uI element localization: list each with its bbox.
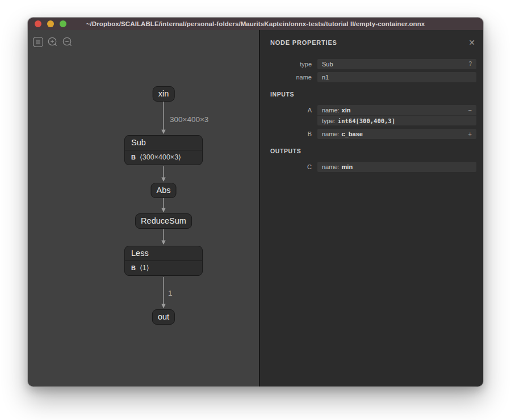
edge-label: 300×400×3	[170, 115, 208, 124]
node-attribute: B⟨1⟩	[125, 261, 202, 275]
menu-button[interactable]	[32, 36, 44, 48]
node-label: Sub	[125, 136, 202, 150]
graph-node-abs[interactable]: Abs	[151, 183, 177, 198]
attr-value: ⟨1⟩	[140, 264, 149, 272]
node-label: out	[153, 310, 174, 324]
field-value: n1	[322, 72, 329, 82]
output-item-c: C name:min	[270, 162, 476, 172]
edge-label: 1	[168, 289, 173, 297]
graph-node-sub[interactable]: Sub B⟨300×400×3⟩	[124, 135, 203, 165]
attr-key: B	[131, 264, 136, 271]
window-title: ~/Dropbox/SCAILABLE/internal/personal-fo…	[86, 20, 425, 27]
field-label: type	[270, 59, 312, 69]
inputs-section-title: INPUTS	[270, 91, 476, 98]
graph-canvas[interactable]: xin 300×400×3 Sub B⟨300×400×3⟩ Abs Reduc…	[28, 30, 260, 387]
outputs-section-title: OUTPUTS	[270, 148, 476, 154]
close-panel-button[interactable]: ✕	[467, 39, 476, 47]
type-docs-button[interactable]: ?	[468, 59, 472, 69]
graph-node-reducesum[interactable]: ReduceSum	[135, 213, 192, 229]
zoom-in-button[interactable]	[47, 36, 58, 48]
input-name-value: xin	[342, 107, 351, 114]
zoom-in-icon	[47, 36, 58, 48]
input-name-value: c_base	[342, 131, 363, 137]
minimize-window-button[interactable]	[47, 20, 54, 27]
input-item-b: B name:c_base +	[270, 129, 476, 139]
output-name-label: name:	[322, 163, 340, 170]
zoom-out-icon	[62, 36, 73, 48]
input-key: B	[270, 129, 312, 139]
node-properties-panel: NODE PROPERTIES ✕ type Sub ? name	[260, 30, 483, 387]
graph-node-xin[interactable]: xin	[153, 86, 175, 102]
input-type-label: type:	[322, 117, 336, 124]
close-window-button[interactable]	[35, 20, 41, 27]
expand-toggle[interactable]: +	[468, 129, 472, 139]
desktop-background: ~/Dropbox/SCAILABLE/internal/personal-fo…	[0, 0, 511, 420]
zoom-out-button[interactable]	[61, 36, 73, 48]
input-name-line: name:xin −	[317, 105, 476, 115]
input-name-label: name:	[322, 131, 340, 137]
output-name-value: min	[342, 163, 353, 170]
input-item-a: A name:xin − type:int64[300,400,3]	[270, 105, 476, 125]
type-row: type Sub ?	[270, 59, 476, 69]
graph-node-less[interactable]: Less B⟨1⟩	[124, 246, 203, 276]
collapse-toggle[interactable]: −	[468, 105, 472, 115]
node-attribute: B⟨300×400×3⟩	[125, 150, 202, 165]
properties-title: NODE PROPERTIES	[270, 39, 337, 46]
graph-toolbar	[32, 36, 73, 48]
close-icon: ✕	[468, 38, 475, 47]
app-window: ~/Dropbox/SCAILABLE/internal/personal-fo…	[27, 17, 484, 387]
input-name-label: name:	[322, 107, 340, 114]
input-type-value: int64[300,400,3]	[338, 117, 395, 124]
titlebar: ~/Dropbox/SCAILABLE/internal/personal-fo…	[28, 18, 483, 30]
node-label: ReduceSum	[136, 214, 191, 228]
node-fields: type Sub ? name n1	[270, 59, 476, 82]
graph-node-out[interactable]: out	[152, 309, 175, 325]
name-field[interactable]: n1	[317, 72, 476, 82]
window-content: xin 300×400×3 Sub B⟨300×400×3⟩ Abs Reduc…	[28, 30, 483, 387]
traffic-lights	[35, 18, 66, 30]
input-key: A	[270, 105, 312, 115]
name-row: name n1	[270, 72, 476, 82]
properties-header: NODE PROPERTIES ✕	[270, 30, 476, 47]
input-type-line: type:int64[300,400,3]	[317, 115, 476, 125]
input-name-line: name:c_base +	[317, 129, 476, 139]
node-label: Abs	[152, 183, 176, 198]
output-key: C	[270, 162, 312, 172]
input-box[interactable]: name:c_base +	[317, 129, 476, 139]
output-box[interactable]: name:min	[317, 162, 476, 172]
graph-edges	[28, 30, 260, 387]
attr-value: ⟨300×400×3⟩	[140, 153, 181, 161]
output-name-line: name:min	[317, 162, 476, 172]
fullscreen-window-button[interactable]	[60, 20, 66, 27]
input-box[interactable]: name:xin − type:int64[300,400,3]	[317, 105, 476, 125]
node-label: Less	[125, 246, 202, 261]
type-field[interactable]: Sub ?	[317, 59, 476, 69]
menu-icon	[32, 36, 44, 48]
node-label: xin	[153, 87, 174, 101]
attr-key: B	[131, 154, 136, 161]
field-label: name	[270, 72, 312, 82]
field-value: Sub	[322, 59, 333, 69]
